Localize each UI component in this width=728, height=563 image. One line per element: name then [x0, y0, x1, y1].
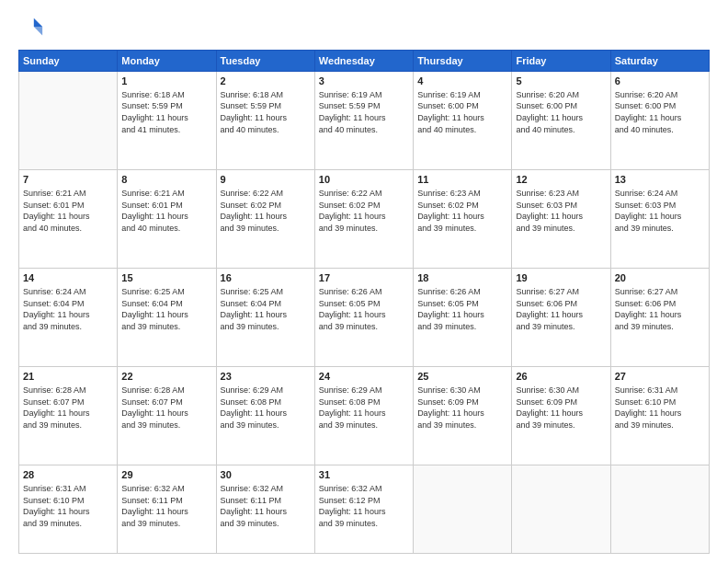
week-row: 1Sunrise: 6:18 AMSunset: 5:59 PMDaylight… — [19, 72, 710, 170]
calendar-header-row: SundayMondayTuesdayWednesdayThursdayFrid… — [19, 51, 710, 72]
calendar-cell — [512, 465, 610, 554]
day-number: 10 — [319, 173, 409, 187]
calendar-cell: 29Sunrise: 6:32 AMSunset: 6:11 PMDayligh… — [118, 465, 216, 554]
day-number: 20 — [615, 271, 705, 285]
week-row: 28Sunrise: 6:31 AMSunset: 6:10 PMDayligh… — [19, 465, 710, 554]
day-number: 4 — [417, 75, 507, 88]
calendar-cell: 30Sunrise: 6:32 AMSunset: 6:11 PMDayligh… — [216, 465, 314, 554]
day-info: Sunrise: 6:31 AMSunset: 6:10 PMDaylight:… — [615, 385, 705, 431]
day-info: Sunrise: 6:28 AMSunset: 6:07 PMDaylight:… — [23, 385, 113, 431]
day-number: 8 — [121, 173, 211, 187]
day-info: Sunrise: 6:19 AMSunset: 6:00 PMDaylight:… — [417, 89, 507, 135]
calendar-cell: 10Sunrise: 6:22 AMSunset: 6:02 PMDayligh… — [314, 170, 413, 269]
calendar-cell: 18Sunrise: 6:26 AMSunset: 6:05 PMDayligh… — [414, 269, 512, 367]
day-info: Sunrise: 6:29 AMSunset: 6:08 PMDaylight:… — [221, 385, 311, 431]
calendar-cell: 19Sunrise: 6:27 AMSunset: 6:06 PMDayligh… — [512, 269, 610, 367]
calendar-cell: 21Sunrise: 6:28 AMSunset: 6:07 PMDayligh… — [19, 367, 118, 465]
day-info: Sunrise: 6:30 AMSunset: 6:09 PMDaylight:… — [516, 385, 606, 431]
calendar-cell: 9Sunrise: 6:22 AMSunset: 6:02 PMDaylight… — [216, 170, 314, 269]
calendar-cell: 7Sunrise: 6:21 AMSunset: 6:01 PMDaylight… — [19, 170, 118, 269]
calendar-cell: 5Sunrise: 6:20 AMSunset: 6:00 PMDaylight… — [512, 72, 610, 170]
day-number: 13 — [615, 173, 705, 187]
calendar-cell: 20Sunrise: 6:27 AMSunset: 6:06 PMDayligh… — [610, 269, 709, 367]
calendar-cell: 15Sunrise: 6:25 AMSunset: 6:04 PMDayligh… — [118, 269, 216, 367]
calendar-cell: 16Sunrise: 6:25 AMSunset: 6:04 PMDayligh… — [216, 269, 314, 367]
day-info: Sunrise: 6:32 AMSunset: 6:11 PMDaylight:… — [221, 483, 311, 529]
day-info: Sunrise: 6:31 AMSunset: 6:10 PMDaylight:… — [23, 483, 113, 529]
day-info: Sunrise: 6:23 AMSunset: 6:03 PMDaylight:… — [516, 188, 606, 234]
calendar-cell: 23Sunrise: 6:29 AMSunset: 6:08 PMDayligh… — [216, 367, 314, 465]
day-number: 7 — [23, 173, 113, 187]
day-number: 27 — [615, 370, 705, 384]
day-number: 24 — [319, 370, 409, 384]
calendar-cell: 24Sunrise: 6:29 AMSunset: 6:08 PMDayligh… — [314, 367, 413, 465]
day-info: Sunrise: 6:32 AMSunset: 6:11 PMDaylight:… — [121, 483, 211, 529]
page: SundayMondayTuesdayWednesdayThursdayFrid… — [0, 0, 728, 563]
calendar-cell: 14Sunrise: 6:24 AMSunset: 6:04 PMDayligh… — [19, 269, 118, 367]
day-number: 16 — [221, 271, 311, 285]
calendar-cell: 27Sunrise: 6:31 AMSunset: 6:10 PMDayligh… — [610, 367, 709, 465]
day-number: 9 — [221, 173, 311, 187]
calendar-cell: 12Sunrise: 6:23 AMSunset: 6:03 PMDayligh… — [512, 170, 610, 269]
day-info: Sunrise: 6:24 AMSunset: 6:04 PMDaylight:… — [23, 286, 113, 332]
svg-marker-0 — [34, 18, 42, 27]
weekday-header: Friday — [512, 51, 610, 72]
day-number: 5 — [516, 75, 606, 88]
day-number: 15 — [121, 271, 211, 285]
day-info: Sunrise: 6:26 AMSunset: 6:05 PMDaylight:… — [417, 286, 507, 332]
day-number: 12 — [516, 173, 606, 187]
day-info: Sunrise: 6:24 AMSunset: 6:03 PMDaylight:… — [615, 188, 705, 234]
day-info: Sunrise: 6:27 AMSunset: 6:06 PMDaylight:… — [615, 286, 705, 332]
calendar-cell: 8Sunrise: 6:21 AMSunset: 6:01 PMDaylight… — [118, 170, 216, 269]
day-info: Sunrise: 6:30 AMSunset: 6:09 PMDaylight:… — [417, 385, 507, 431]
day-number: 30 — [221, 468, 311, 482]
calendar-cell: 25Sunrise: 6:30 AMSunset: 6:09 PMDayligh… — [414, 367, 512, 465]
calendar-cell — [610, 465, 709, 554]
day-info: Sunrise: 6:18 AMSunset: 5:59 PMDaylight:… — [121, 89, 211, 135]
day-info: Sunrise: 6:20 AMSunset: 6:00 PMDaylight:… — [615, 89, 705, 135]
day-info: Sunrise: 6:27 AMSunset: 6:06 PMDaylight:… — [516, 286, 606, 332]
calendar-cell: 6Sunrise: 6:20 AMSunset: 6:00 PMDaylight… — [610, 72, 709, 170]
day-info: Sunrise: 6:22 AMSunset: 6:02 PMDaylight:… — [221, 188, 311, 234]
calendar-cell: 28Sunrise: 6:31 AMSunset: 6:10 PMDayligh… — [19, 465, 118, 554]
svg-marker-1 — [34, 27, 42, 35]
calendar-cell: 22Sunrise: 6:28 AMSunset: 6:07 PMDayligh… — [118, 367, 216, 465]
logo — [18, 15, 48, 40]
day-info: Sunrise: 6:21 AMSunset: 6:01 PMDaylight:… — [121, 188, 211, 234]
calendar-cell: 13Sunrise: 6:24 AMSunset: 6:03 PMDayligh… — [610, 170, 709, 269]
calendar-cell: 11Sunrise: 6:23 AMSunset: 6:02 PMDayligh… — [414, 170, 512, 269]
weekday-header: Saturday — [610, 51, 709, 72]
day-info: Sunrise: 6:32 AMSunset: 6:12 PMDaylight:… — [319, 483, 409, 529]
weekday-header: Tuesday — [216, 51, 314, 72]
day-number: 2 — [221, 75, 311, 88]
day-info: Sunrise: 6:26 AMSunset: 6:05 PMDaylight:… — [319, 286, 409, 332]
day-number: 1 — [121, 75, 211, 88]
calendar-cell: 3Sunrise: 6:19 AMSunset: 5:59 PMDaylight… — [314, 72, 413, 170]
day-info: Sunrise: 6:18 AMSunset: 5:59 PMDaylight:… — [221, 89, 311, 135]
calendar-cell: 31Sunrise: 6:32 AMSunset: 6:12 PMDayligh… — [314, 465, 413, 554]
day-number: 21 — [23, 370, 113, 384]
calendar-cell — [414, 465, 512, 554]
calendar-cell: 26Sunrise: 6:30 AMSunset: 6:09 PMDayligh… — [512, 367, 610, 465]
day-info: Sunrise: 6:21 AMSunset: 6:01 PMDaylight:… — [23, 188, 113, 234]
day-info: Sunrise: 6:19 AMSunset: 5:59 PMDaylight:… — [319, 89, 409, 135]
day-number: 11 — [417, 173, 507, 187]
day-number: 22 — [121, 370, 211, 384]
weekday-header: Sunday — [19, 51, 118, 72]
day-number: 6 — [615, 75, 705, 88]
week-row: 14Sunrise: 6:24 AMSunset: 6:04 PMDayligh… — [19, 269, 710, 367]
calendar-cell: 4Sunrise: 6:19 AMSunset: 6:00 PMDaylight… — [414, 72, 512, 170]
day-number: 31 — [319, 468, 409, 482]
day-number: 14 — [23, 271, 113, 285]
day-number: 26 — [516, 370, 606, 384]
day-number: 19 — [516, 271, 606, 285]
day-info: Sunrise: 6:28 AMSunset: 6:07 PMDaylight:… — [121, 385, 211, 431]
header — [18, 15, 710, 40]
calendar-cell: 1Sunrise: 6:18 AMSunset: 5:59 PMDaylight… — [118, 72, 216, 170]
week-row: 7Sunrise: 6:21 AMSunset: 6:01 PMDaylight… — [19, 170, 710, 269]
weekday-header: Thursday — [414, 51, 512, 72]
day-info: Sunrise: 6:23 AMSunset: 6:02 PMDaylight:… — [417, 188, 507, 234]
day-info: Sunrise: 6:25 AMSunset: 6:04 PMDaylight:… — [121, 286, 211, 332]
day-info: Sunrise: 6:22 AMSunset: 6:02 PMDaylight:… — [319, 188, 409, 234]
day-number: 29 — [121, 468, 211, 482]
